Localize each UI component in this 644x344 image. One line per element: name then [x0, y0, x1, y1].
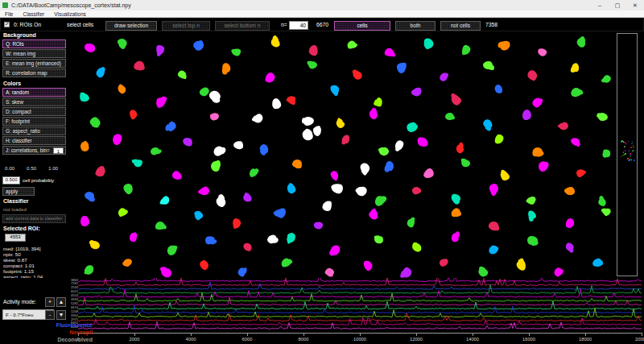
roi-blob[interactable]: [242, 242, 253, 253]
add-data-to-classifier-button[interactable]: add current data to classifier: [2, 214, 66, 223]
roi-blob[interactable]: [374, 96, 384, 107]
roi-blob[interactable]: [493, 84, 503, 94]
roi-blob[interactable]: [456, 143, 465, 154]
roi-blob[interactable]: [133, 60, 145, 71]
roi-blob[interactable]: [155, 97, 167, 109]
roi-blob[interactable]: [526, 194, 537, 205]
roi-blob[interactable]: [526, 235, 538, 245]
roi-blob[interactable]: [198, 259, 210, 271]
maximize-button[interactable]: ▢: [609, 0, 626, 10]
roi-blob[interactable]: [165, 243, 178, 257]
roi-blob[interactable]: [176, 69, 188, 81]
roi-blob[interactable]: [603, 149, 611, 158]
sidebar-button-a-random[interactable]: A: random: [2, 88, 66, 97]
rois-on-checkbox[interactable]: [4, 21, 10, 27]
roi-blob-selected[interactable]: [215, 195, 228, 209]
roi-blob[interactable]: [85, 264, 94, 275]
roi-blob[interactable]: [367, 209, 379, 222]
trace-panel[interactable]: 3863718125346021455339965282667412083350…: [68, 278, 644, 344]
roi-blob[interactable]: [89, 115, 102, 128]
roi-blob[interactable]: [522, 109, 531, 120]
apply-button[interactable]: apply: [2, 187, 35, 196]
roi-blob-selected[interactable]: [208, 89, 222, 103]
roi-blob[interactable]: [204, 235, 216, 245]
correlations-bin-spinbox[interactable]: 1: [53, 147, 64, 154]
roi-blob[interactable]: [78, 140, 90, 153]
close-button[interactable]: ✕: [626, 0, 644, 10]
roi-blob-selected[interactable]: [313, 126, 322, 136]
roi-blob[interactable]: [286, 94, 296, 104]
roi-blob[interactable]: [553, 266, 564, 277]
roi-blob[interactable]: [351, 68, 364, 81]
sidebar-button-s-skew[interactable]: S: skew: [2, 97, 66, 106]
roi-blob[interactable]: [531, 146, 543, 157]
sidebar-button-f-footprint[interactable]: F: footprint: [2, 117, 66, 126]
sidebar-button-e-mean-img-enhanced[interactable]: E: mean img (enhanced): [2, 59, 66, 68]
roi-blob[interactable]: [602, 74, 613, 85]
roi-blob[interactable]: [341, 133, 351, 144]
roi-blob[interactable]: [569, 135, 580, 147]
roi-blob[interactable]: [84, 190, 96, 201]
select-bottom-button[interactable]: select bottom n: [215, 21, 270, 31]
roi-blob[interactable]: [95, 66, 107, 78]
roi-blob[interactable]: [416, 135, 430, 148]
roi-blob[interactable]: [258, 143, 270, 155]
trace-up-button[interactable]: ▲: [56, 297, 66, 307]
sidebar-button-g-aspect-ratio[interactable]: G: aspect_ratio: [2, 126, 66, 135]
roi-blob[interactable]: [564, 217, 576, 229]
roi-blob[interactable]: [483, 61, 493, 69]
sidebar-button-q-rois[interactable]: Q: ROIs: [2, 39, 66, 48]
roi-blob[interactable]: [160, 195, 171, 206]
roi-blob[interactable]: [275, 207, 288, 221]
roi-blob[interactable]: [575, 168, 586, 178]
fluorescence-traces[interactable]: [78, 278, 642, 332]
roi-blob[interactable]: [247, 168, 258, 179]
roi-blob[interactable]: [345, 39, 357, 51]
roi-blob[interactable]: [537, 48, 548, 58]
roi-blob[interactable]: [89, 239, 101, 251]
roi-blob[interactable]: [571, 63, 579, 73]
roi-blob[interactable]: [411, 86, 423, 97]
roi-blob[interactable]: [122, 256, 133, 267]
roi-blob[interactable]: [400, 266, 413, 278]
roi-blob[interactable]: [242, 193, 253, 203]
roi-blob[interactable]: [94, 164, 108, 178]
roi-blob[interactable]: [149, 146, 160, 157]
roi-blob[interactable]: [451, 233, 459, 242]
roi-blob-selected[interactable]: [355, 184, 369, 197]
roi-blob[interactable]: [602, 208, 612, 217]
roi-blob[interactable]: [263, 71, 277, 85]
roi-blob[interactable]: [292, 160, 303, 168]
roi-blob-selected[interactable]: [394, 139, 404, 151]
roi-blob[interactable]: [156, 45, 165, 56]
sidebar-button-h-classifier[interactable]: H: classifier: [2, 136, 66, 145]
roi-blob[interactable]: [233, 218, 242, 228]
roi-blob[interactable]: [155, 221, 166, 230]
draw-selection-button[interactable]: draw selection: [105, 21, 157, 31]
roi-blob[interactable]: [116, 207, 127, 218]
roi-blob-selected[interactable]: [233, 140, 243, 149]
roi-blob-selected[interactable]: [212, 144, 225, 158]
roi-blob[interactable]: [221, 62, 231, 73]
roi-blob[interactable]: [237, 267, 247, 277]
roi-blob-selected[interactable]: [303, 117, 314, 126]
roi-blob[interactable]: [192, 39, 206, 52]
roi-blob[interactable]: [280, 256, 292, 267]
roi-blob[interactable]: [79, 93, 89, 102]
roi-blob[interactable]: [210, 112, 220, 120]
roi-blob[interactable]: [498, 170, 510, 183]
roi-blob[interactable]: [211, 161, 220, 172]
zoom-in-button[interactable]: +: [45, 297, 55, 307]
sidebar-button-w-mean-img[interactable]: W: mean img: [2, 49, 66, 58]
roi-blob[interactable]: [122, 182, 134, 195]
roi-blob[interactable]: [313, 221, 324, 230]
roi-blob[interactable]: [449, 192, 462, 204]
roi-blob[interactable]: [439, 257, 449, 267]
roi-blob[interactable]: [438, 71, 449, 82]
roi-blob[interactable]: [526, 68, 539, 82]
cell-probability-spinbox[interactable]: 0.500: [2, 176, 20, 184]
roi-blob[interactable]: [405, 120, 419, 134]
roi-blob[interactable]: [411, 186, 422, 195]
roi-blob[interactable]: [160, 267, 172, 278]
roi-blob-selected[interactable]: [331, 183, 344, 195]
